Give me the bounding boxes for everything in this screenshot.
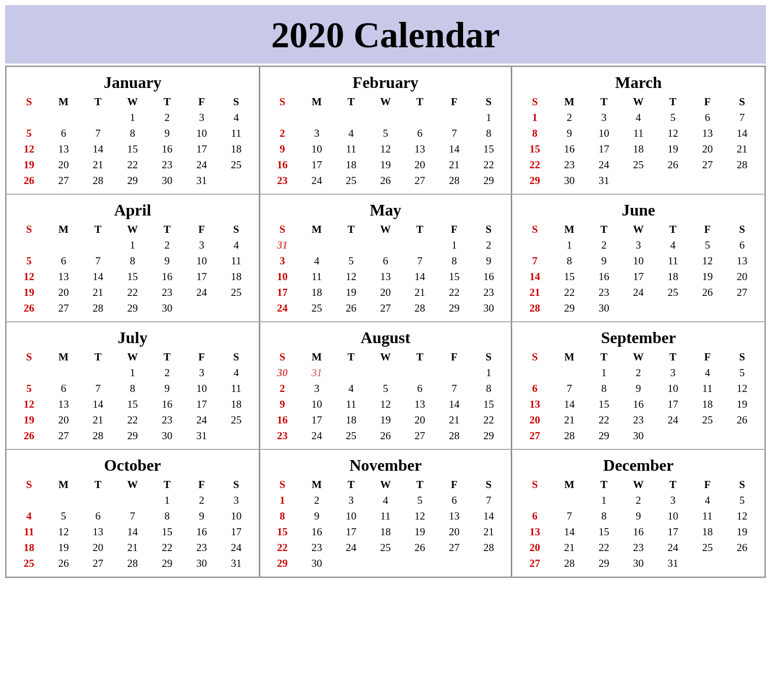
calendar-day: 10 bbox=[184, 381, 219, 397]
calendar-day: 25 bbox=[656, 285, 690, 300]
calendar-day bbox=[656, 428, 690, 444]
week-row: 123 bbox=[12, 493, 254, 508]
calendar-day: 19 bbox=[12, 412, 46, 428]
calendar-day bbox=[12, 493, 46, 508]
calendar-day: 19 bbox=[334, 285, 368, 300]
calendar-day: 6 bbox=[725, 237, 759, 253]
month-table: SMTWTFS123456789101112131415161718192021… bbox=[517, 94, 759, 189]
calendar-day bbox=[690, 173, 725, 189]
day-header: T bbox=[334, 222, 368, 237]
week-row: 25262728293031 bbox=[12, 556, 254, 571]
calendar-day: 14 bbox=[403, 269, 437, 285]
calendar-day: 8 bbox=[115, 381, 150, 397]
month-name: December bbox=[517, 453, 759, 477]
calendar-day: 24 bbox=[334, 540, 368, 556]
calendar-day: 8 bbox=[587, 508, 621, 524]
calendar-day: 12 bbox=[334, 269, 368, 285]
week-row: 6789101112 bbox=[517, 381, 759, 397]
calendar-day: 26 bbox=[403, 540, 437, 556]
calendar-day: 2 bbox=[150, 237, 184, 253]
calendar-day: 17 bbox=[184, 141, 219, 157]
calendar-day bbox=[656, 300, 690, 316]
calendar-day bbox=[46, 110, 81, 126]
week-row: 23242526272829 bbox=[265, 173, 506, 189]
calendar-day: 20 bbox=[81, 540, 115, 556]
calendar-day: 4 bbox=[219, 365, 254, 381]
calendar-day: 16 bbox=[552, 141, 587, 157]
calendar-day: 18 bbox=[656, 269, 690, 285]
calendar-day: 8 bbox=[265, 508, 300, 524]
calendar-day: 27 bbox=[403, 428, 437, 444]
calendar-day bbox=[517, 493, 552, 508]
calendar-day: 3 bbox=[299, 381, 334, 397]
calendar-day: 18 bbox=[621, 141, 656, 157]
day-header: T bbox=[656, 477, 690, 493]
calendar-day: 1 bbox=[115, 110, 150, 126]
calendar-day: 2 bbox=[299, 493, 334, 508]
month-table: SMTWTFS123456789101112131415161718192021… bbox=[12, 94, 254, 189]
day-header: S bbox=[12, 349, 46, 365]
calendar-day bbox=[656, 173, 690, 189]
week-row: 2728293031 bbox=[517, 556, 759, 571]
calendar-day bbox=[46, 365, 81, 381]
calendar-day: 11 bbox=[334, 141, 368, 157]
calendar-day bbox=[690, 428, 725, 444]
day-header: T bbox=[150, 349, 184, 365]
calendar-day: 8 bbox=[517, 126, 552, 141]
calendar-day: 13 bbox=[690, 126, 725, 141]
calendar-day: 3 bbox=[656, 365, 690, 381]
month-table: SMTWTFS123456789101112131415161718192021… bbox=[517, 222, 759, 316]
week-row: 1234 bbox=[12, 365, 254, 381]
calendar-day: 17 bbox=[656, 524, 690, 540]
calendar-day: 24 bbox=[184, 157, 219, 173]
calendar-day: 26 bbox=[368, 428, 403, 444]
calendar-day: 8 bbox=[587, 381, 621, 397]
calendar-day: 16 bbox=[472, 269, 506, 285]
calendar-day: 9 bbox=[184, 508, 219, 524]
week-row: 12131415161718 bbox=[12, 397, 254, 412]
calendar-day bbox=[725, 173, 759, 189]
calendar-day: 31 bbox=[219, 556, 254, 571]
calendar-day: 22 bbox=[115, 412, 150, 428]
calendar-day: 24 bbox=[265, 300, 300, 316]
calendar-day: 24 bbox=[621, 285, 656, 300]
week-row: 16171819202122 bbox=[265, 412, 506, 428]
calendar-day: 9 bbox=[552, 126, 587, 141]
calendar-day: 11 bbox=[219, 253, 254, 269]
week-row: 13141516171819 bbox=[517, 524, 759, 540]
week-row: 15161718192021 bbox=[265, 524, 506, 540]
week-row: 45678910 bbox=[12, 508, 254, 524]
calendar-day bbox=[368, 110, 403, 126]
calendar-day: 20 bbox=[46, 412, 81, 428]
calendar-day: 11 bbox=[690, 508, 725, 524]
day-header: M bbox=[46, 477, 81, 493]
calendar-day: 18 bbox=[690, 524, 725, 540]
day-header: S bbox=[472, 349, 506, 365]
month-block-june: JuneSMTWTFS12345678910111213141516171819… bbox=[512, 194, 765, 322]
calendar-day: 13 bbox=[437, 508, 472, 524]
day-header: S bbox=[725, 222, 759, 237]
day-header: M bbox=[299, 222, 334, 237]
calendar-day: 19 bbox=[368, 157, 403, 173]
calendar-day: 24 bbox=[299, 428, 334, 444]
calendar-day: 28 bbox=[115, 556, 150, 571]
calendar-day: 8 bbox=[115, 126, 150, 141]
calendar-day: 1 bbox=[552, 237, 587, 253]
calendar-day: 9 bbox=[150, 381, 184, 397]
calendar-day: 10 bbox=[587, 126, 621, 141]
month-table: SMTWTFS123456789101112131415161718192021… bbox=[265, 477, 506, 571]
calendar-day: 26 bbox=[12, 173, 46, 189]
calendar-day: 6 bbox=[403, 381, 437, 397]
week-row: 123456 bbox=[517, 237, 759, 253]
day-header: F bbox=[184, 222, 219, 237]
calendar-day: 19 bbox=[12, 285, 46, 300]
calendar-day: 6 bbox=[437, 493, 472, 508]
day-header: W bbox=[115, 222, 150, 237]
week-row: 3456789 bbox=[265, 253, 506, 269]
calendar-day: 22 bbox=[150, 540, 184, 556]
day-header: M bbox=[299, 94, 334, 110]
calendar-day bbox=[368, 237, 403, 253]
month-block-april: AprilSMTWTFS1234567891011121314151617181… bbox=[6, 194, 259, 322]
calendar-day bbox=[46, 493, 81, 508]
calendar-day: 17 bbox=[219, 524, 254, 540]
